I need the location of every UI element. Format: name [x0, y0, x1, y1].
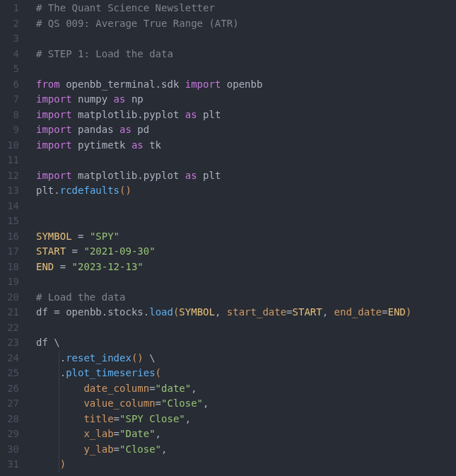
- code-token: [66, 261, 71, 272]
- code-token: plt: [203, 170, 221, 181]
- code-token: START: [36, 245, 66, 257]
- code-token: .: [54, 185, 59, 196]
- code-token: [66, 245, 71, 257]
- code-token: import: [36, 170, 72, 181]
- code-line[interactable]: [36, 31, 456, 47]
- code-area[interactable]: # The Quant Science Newsletter# QS 009: …: [25, 0, 456, 476]
- code-token: .: [137, 170, 143, 181]
- indent-guide: [59, 366, 59, 381]
- code-token: [36, 458, 60, 470]
- code-token: .: [144, 306, 149, 318]
- code-line[interactable]: ): [36, 457, 456, 472]
- code-token: pd: [137, 124, 149, 135]
- code-token: [36, 443, 83, 455]
- code-line[interactable]: plt.rcdefaults(): [36, 183, 456, 199]
- indent-guide: [59, 381, 59, 397]
- code-line[interactable]: from openbb_terminal.sdk import openbb: [36, 77, 456, 93]
- code-line[interactable]: y_lab="Close",: [36, 442, 456, 458]
- code-token: \: [149, 352, 155, 364]
- line-number: 30: [0, 442, 25, 458]
- code-token: SYMBOL: [179, 306, 215, 318]
- code-line[interactable]: import matplotlib.pyplot as plt: [36, 108, 456, 123]
- code-line[interactable]: import numpy as np: [36, 92, 456, 108]
- code-token: value_column: [83, 397, 155, 409]
- code-token: [72, 109, 78, 120]
- code-token: "2021-09-30": [83, 245, 155, 257]
- code-line[interactable]: START = "2021-09-30": [36, 244, 456, 260]
- indent-guide: [59, 396, 59, 412]
- code-line[interactable]: df = openbb.stocks.load(SYMBOL, start_da…: [36, 305, 456, 320]
- code-line[interactable]: [36, 62, 456, 77]
- code-token: as: [119, 124, 131, 135]
- code-token: [60, 306, 66, 318]
- indent-guide: [59, 426, 59, 442]
- code-line[interactable]: # QS 009: Average True Range (ATR): [36, 16, 456, 32]
- code-line[interactable]: x_lab="Date",: [36, 426, 456, 442]
- code-line[interactable]: .reset_index() \: [36, 351, 456, 366]
- line-number: 23: [0, 335, 25, 351]
- line-number: 18: [0, 260, 25, 275]
- code-token: =: [156, 397, 161, 409]
- code-token: sdk: [161, 79, 179, 90]
- code-token: (: [156, 367, 161, 378]
- code-editor[interactable]: 1234567891011121314151617181920212223242…: [0, 0, 456, 476]
- code-token: y_lab: [83, 443, 113, 455]
- code-token: .: [156, 79, 161, 90]
- code-line[interactable]: df \: [36, 335, 456, 351]
- code-token: =: [114, 443, 119, 455]
- code-token: plt: [36, 185, 54, 196]
- code-token: =: [60, 261, 66, 272]
- code-line[interactable]: value_column="Close",: [36, 396, 456, 412]
- code-token: [72, 170, 78, 181]
- code-line[interactable]: [36, 199, 456, 214]
- line-number: 6: [0, 77, 25, 93]
- code-line[interactable]: SYMBOL = "SPY": [36, 229, 456, 245]
- code-line[interactable]: # STEP 1: Load the data: [36, 47, 456, 62]
- code-line[interactable]: .plot_timeseries(: [36, 366, 456, 381]
- line-number: 26: [0, 381, 25, 397]
- code-line[interactable]: # Load the data: [36, 290, 456, 306]
- code-token: [197, 170, 203, 181]
- code-token: openbb: [227, 79, 263, 90]
- code-token: ,: [161, 443, 167, 455]
- code-token: title: [83, 413, 113, 424]
- line-number: 19: [0, 274, 25, 290]
- code-line[interactable]: import pandas as pd: [36, 122, 456, 138]
- code-token: reset_index: [66, 352, 131, 364]
- code-line[interactable]: [36, 153, 456, 168]
- line-number: 22: [0, 320, 25, 336]
- line-number: 16: [0, 229, 25, 245]
- code-line[interactable]: [36, 214, 456, 229]
- code-token: rcdefaults: [60, 185, 119, 196]
- code-token: import: [36, 109, 72, 120]
- code-token: [328, 306, 334, 318]
- code-token: .: [102, 306, 107, 318]
- line-number: 31: [0, 457, 25, 472]
- code-token: [179, 79, 185, 90]
- code-line[interactable]: END = "2023-12-13": [36, 260, 456, 275]
- code-line[interactable]: import pytimetk as tk: [36, 138, 456, 153]
- code-line[interactable]: date_column="date",: [36, 381, 456, 397]
- code-token: x_lab: [83, 428, 113, 439]
- code-token: [72, 124, 78, 135]
- code-line[interactable]: title="SPY Close",: [36, 412, 456, 427]
- line-number: 9: [0, 122, 25, 138]
- code-token: as: [131, 139, 144, 151]
- line-number: 15: [0, 214, 25, 229]
- code-token: ): [137, 352, 143, 364]
- code-line[interactable]: # The Quant Science Newsletter: [36, 1, 456, 16]
- code-line[interactable]: [36, 320, 456, 336]
- code-line[interactable]: [36, 274, 456, 290]
- code-token: stocks: [107, 306, 144, 318]
- code-token: [36, 428, 83, 439]
- code-token: =: [72, 245, 78, 257]
- code-token: .: [137, 109, 143, 120]
- code-token: tk: [149, 139, 161, 151]
- code-token: [72, 139, 78, 151]
- code-line[interactable]: import matplotlib.pyplot as plt: [36, 168, 456, 184]
- code-token: END: [36, 261, 54, 272]
- code-token: [54, 261, 59, 272]
- line-number: 24: [0, 351, 25, 366]
- code-token: [83, 231, 89, 242]
- code-token: import: [36, 93, 72, 105]
